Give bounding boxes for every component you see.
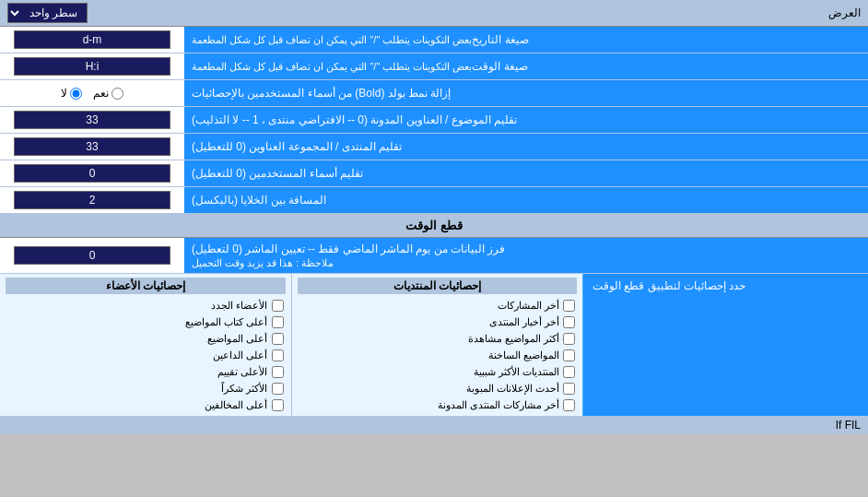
cb-member-4[interactable]: الأعلى تقييم bbox=[6, 365, 286, 379]
topics-order-label: تقليم الموضوع / العناوين المدونة (0 -- ا… bbox=[184, 107, 868, 133]
time-section-header: قطع الوقت bbox=[0, 214, 868, 238]
col2-members: إحصائيات الأعضاء الأعضاء الجدد أعلى كتاب… bbox=[0, 274, 291, 416]
forum-order-input-wrap bbox=[0, 136, 184, 158]
time-format-input-wrap bbox=[0, 55, 184, 77]
gap-row: المسافة بين الخلايا (بالبكسل) bbox=[0, 187, 868, 214]
cb-forum-0-label: أخر المشاركات bbox=[498, 300, 559, 312]
gap-input-wrap bbox=[0, 189, 184, 211]
bold-remove-radio-area: نعم لا bbox=[0, 87, 184, 100]
topics-order-input-wrap bbox=[0, 109, 184, 131]
usernames-order-field[interactable] bbox=[14, 164, 170, 183]
date-format-row: صيغة التاريخ بعض التكوينات يتطلب "/" الت… bbox=[0, 27, 868, 53]
if-fil-row: If FIL bbox=[0, 416, 868, 434]
cb-member-2[interactable]: أعلى المواضيع bbox=[6, 332, 286, 346]
bold-remove-label: إزالة نمط بولد (Bold) من أسماء المستخدمي… bbox=[184, 80, 868, 106]
cb-member-1-label: أعلى كتاب المواضيع bbox=[185, 316, 267, 328]
main-container: العرض سطر واحدسطرينثلاثة أسطر صيغة التار… bbox=[0, 0, 868, 434]
date-format-field[interactable] bbox=[14, 30, 170, 49]
time-format-field[interactable] bbox=[14, 57, 170, 76]
col2-header: إحصائيات الأعضاء bbox=[6, 278, 286, 294]
bold-remove-row: إزالة نمط بولد (Bold) من أسماء المستخدمي… bbox=[0, 80, 868, 107]
cb-forum-4[interactable]: المنتديات الأكثر شببية bbox=[298, 365, 578, 379]
topics-order-field[interactable] bbox=[14, 111, 170, 129]
date-format-main: صيغة التاريخ bbox=[472, 33, 528, 46]
time-format-sub: بعض التكوينات يتطلب "/" التي يمكن ان تضا… bbox=[192, 61, 472, 73]
cb-member-6-label: أعلى المخالفين bbox=[205, 399, 267, 411]
topics-order-row: تقليم الموضوع / العناوين المدونة (0 -- ا… bbox=[0, 107, 868, 134]
cb-member-0-input[interactable] bbox=[272, 300, 284, 312]
cb-member-2-input[interactable] bbox=[272, 333, 284, 345]
cb-forum-0[interactable]: أخر المشاركات bbox=[298, 299, 578, 313]
cb-forum-6-label: أخر مشاركات المنتدى المدونة bbox=[438, 399, 559, 411]
cb-forum-1-label: أخر أخبار المنتدى bbox=[489, 316, 559, 328]
cb-member-1-input[interactable] bbox=[272, 316, 284, 328]
radio-no-label[interactable]: لا bbox=[61, 87, 82, 100]
usernames-order-row: تقليم أسماء المستخدمين (0 للتعطيل) bbox=[0, 160, 868, 187]
bottom-section: حدد إحصائيات لتطبيق قطع الوقت إحصائيات ا… bbox=[0, 274, 868, 416]
cb-member-5-label: الأكثر شكراً bbox=[221, 383, 267, 395]
forum-order-field[interactable] bbox=[14, 137, 170, 156]
filter-label: فرز البيانات من يوم الماشر الماضي فقط --… bbox=[184, 238, 868, 273]
time-format-label: صيغة الوقت بعض التكوينات يتطلب "/" التي … bbox=[184, 53, 868, 79]
cb-forum-1-input[interactable] bbox=[563, 316, 575, 328]
cb-member-5[interactable]: الأكثر شكراً bbox=[6, 382, 286, 396]
filter-input-wrap bbox=[0, 246, 184, 265]
time-section-title: قطع الوقت bbox=[405, 219, 463, 232]
radio-no-text: لا bbox=[61, 87, 67, 100]
radio-yes[interactable] bbox=[111, 88, 123, 100]
radio-yes-label[interactable]: نعم bbox=[93, 87, 123, 100]
cb-member-5-input[interactable] bbox=[272, 383, 284, 395]
date-format-label: صيغة التاريخ بعض التكوينات يتطلب "/" الت… bbox=[184, 27, 868, 53]
time-format-main: صيغة الوقت bbox=[472, 60, 527, 73]
filter-field[interactable] bbox=[14, 246, 170, 265]
date-format-input-wrap bbox=[0, 29, 184, 51]
date-format-sub: بعض التكوينات يتطلب "/" التي يمكن ان تضا… bbox=[192, 34, 472, 46]
cb-member-6-input[interactable] bbox=[272, 399, 284, 411]
cb-member-0[interactable]: الأعضاء الجدد bbox=[6, 299, 286, 313]
usernames-order-input-wrap bbox=[0, 162, 184, 184]
filter-row: فرز البيانات من يوم الماشر الماضي فقط --… bbox=[0, 238, 868, 274]
cb-forum-5-label: أحدث الإعلانات المبوبة bbox=[466, 383, 559, 395]
cb-member-0-label: الأعضاء الجدد bbox=[211, 300, 267, 312]
cb-forum-2[interactable]: أكثر المواضيع مشاهدة bbox=[298, 332, 578, 346]
cb-member-4-label: الأعلى تقييم bbox=[217, 366, 267, 378]
cb-member-1[interactable]: أعلى كتاب المواضيع bbox=[6, 315, 286, 329]
col1-header: إحصائيات المنتديات bbox=[298, 278, 578, 294]
cb-forum-3-label: المواضيع الساخنة bbox=[488, 349, 559, 361]
radio-yes-text: نعم bbox=[93, 87, 109, 100]
filter-main-text: فرز البيانات من يوم الماشر الماضي فقط --… bbox=[192, 243, 505, 255]
header-label-right: العرض bbox=[828, 6, 861, 19]
radio-no[interactable] bbox=[70, 88, 82, 100]
cb-forum-6[interactable]: أخر مشاركات المنتدى المدونة bbox=[298, 398, 578, 412]
cb-forum-4-input[interactable] bbox=[563, 366, 575, 378]
cb-forum-4-label: المنتديات الأكثر شببية bbox=[474, 366, 559, 378]
filter-note-text: ملاحظة : هذا قد يزيد وقت التحميل bbox=[192, 257, 334, 269]
forum-order-row: تقليم المنتدى / المجموعة العناوين (0 للت… bbox=[0, 134, 868, 160]
cb-forum-5[interactable]: أحدث الإعلانات المبوبة bbox=[298, 382, 578, 396]
gap-field[interactable] bbox=[14, 191, 170, 209]
forum-order-label: تقليم المنتدى / المجموعة العناوين (0 للت… bbox=[184, 134, 868, 160]
cb-member-3[interactable]: أعلى الداعين bbox=[6, 349, 286, 362]
display-select[interactable]: سطر واحدسطرينثلاثة أسطر bbox=[7, 3, 88, 23]
cb-forum-1[interactable]: أخر أخبار المنتدى bbox=[298, 315, 578, 329]
cb-member-2-label: أعلى المواضيع bbox=[207, 333, 267, 345]
cb-forum-3[interactable]: المواضيع الساخنة bbox=[298, 349, 578, 362]
cb-member-4-input[interactable] bbox=[272, 366, 284, 378]
cb-forum-3-input[interactable] bbox=[563, 349, 575, 361]
cb-forum-6-input[interactable] bbox=[563, 399, 575, 411]
cb-forum-2-label: أكثر المواضيع مشاهدة bbox=[468, 333, 559, 345]
select-area: سطر واحدسطرينثلاثة أسطر bbox=[7, 3, 88, 23]
col1-forums: إحصائيات المنتديات أخر المشاركات أخر أخب… bbox=[291, 274, 583, 416]
checkboxes-columns: إحصائيات المنتديات أخر المشاركات أخر أخب… bbox=[0, 274, 582, 416]
cb-member-3-label: أعلى الداعين bbox=[213, 349, 267, 361]
cb-forum-5-input[interactable] bbox=[563, 383, 575, 395]
header-row: العرض سطر واحدسطرينثلاثة أسطر bbox=[0, 0, 868, 27]
cb-member-6[interactable]: أعلى المخالفين bbox=[6, 398, 286, 412]
if-fil-text: If FIL bbox=[836, 419, 861, 432]
time-format-row: صيغة الوقت بعض التكوينات يتطلب "/" التي … bbox=[0, 53, 868, 80]
usernames-order-label: تقليم أسماء المستخدمين (0 للتعطيل) bbox=[184, 160, 868, 186]
gap-label: المسافة بين الخلايا (بالبكسل) bbox=[184, 187, 868, 213]
cb-member-3-input[interactable] bbox=[272, 349, 284, 361]
cb-forum-0-input[interactable] bbox=[563, 300, 575, 312]
cb-forum-2-input[interactable] bbox=[563, 333, 575, 345]
